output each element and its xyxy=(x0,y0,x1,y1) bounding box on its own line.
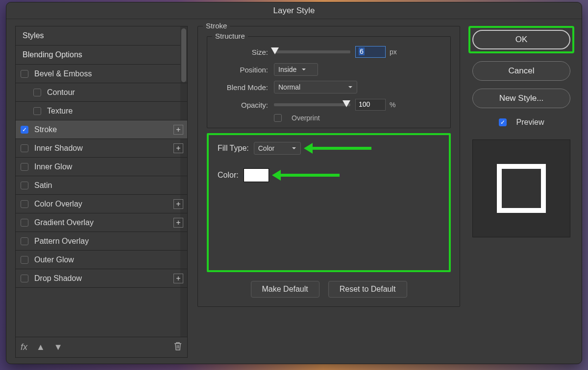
effect-label: Drop Shadow xyxy=(34,274,82,283)
blending-options[interactable]: Blending Options xyxy=(16,46,187,65)
annotation-arrow-icon xyxy=(281,174,340,177)
effect-color-overlay[interactable]: Color Overlay + xyxy=(16,195,187,213)
effect-pattern-overlay[interactable]: Pattern Overlay xyxy=(16,232,187,251)
effect-label: Satin xyxy=(34,181,52,190)
checkbox-icon[interactable] xyxy=(21,200,28,208)
style-preview xyxy=(472,139,570,237)
settings-panel: Stroke Structure Size: 6 px Position: In… xyxy=(197,26,460,358)
fx-menu-icon[interactable]: fx xyxy=(21,342,27,352)
size-value: 6 xyxy=(359,47,365,55)
effect-inner-glow[interactable]: Inner Glow xyxy=(16,158,187,176)
checkbox-icon[interactable] xyxy=(21,182,28,189)
annotation-highlight-box: Fill Type: Color Color: xyxy=(207,133,451,272)
preview-label: Preview xyxy=(516,118,544,127)
effect-label: Color Overlay xyxy=(34,200,82,208)
checkbox-icon[interactable] xyxy=(33,89,41,96)
overprint-row: Overprint xyxy=(274,114,442,122)
effect-contour[interactable]: Contour xyxy=(16,83,187,102)
effect-outer-glow[interactable]: Outer Glow xyxy=(16,251,187,269)
filltype-row: Fill Type: Color xyxy=(218,142,440,155)
sidebar-footer: fx ▲ ▼ xyxy=(15,337,188,358)
effects-list: Styles Blending Options Bevel & Emboss C… xyxy=(15,26,188,337)
filltype-value: Color xyxy=(258,144,274,152)
chevron-down-icon xyxy=(301,66,306,73)
effect-label: Contour xyxy=(47,88,75,97)
blendmode-value: Normal xyxy=(278,83,300,91)
add-effect-icon[interactable]: + xyxy=(173,218,183,228)
checkbox-icon[interactable] xyxy=(21,219,28,227)
effect-label: Inner Glow xyxy=(34,162,72,171)
annotation-highlight-box: OK xyxy=(468,26,574,53)
effect-label: Gradient Overlay xyxy=(34,218,94,227)
color-label: Color: xyxy=(218,171,239,180)
slider-knob-icon[interactable] xyxy=(343,100,350,107)
panel-title: Stroke xyxy=(203,22,230,30)
trash-icon[interactable] xyxy=(173,341,182,353)
opacity-row: Opacity: 100 % xyxy=(215,96,442,113)
effect-label: Texture xyxy=(47,107,73,116)
cancel-button[interactable]: Cancel xyxy=(472,61,570,81)
effect-bevel-emboss[interactable]: Bevel & Emboss xyxy=(16,65,187,83)
add-effect-icon[interactable]: + xyxy=(173,143,183,153)
position-label: Position: xyxy=(215,66,268,74)
layer-style-dialog: Layer Style Styles Blending Options Beve… xyxy=(6,2,582,364)
stroke-fieldset: Stroke Structure Size: 6 px Position: In… xyxy=(197,26,460,307)
size-slider[interactable] xyxy=(274,50,350,53)
opacity-unit: % xyxy=(390,101,395,109)
ok-button[interactable]: OK xyxy=(472,30,570,49)
add-effect-icon[interactable]: + xyxy=(173,125,183,135)
checkbox-icon[interactable] xyxy=(21,237,28,245)
opacity-label: Opacity: xyxy=(215,101,268,109)
size-input[interactable]: 6 xyxy=(355,46,386,58)
opacity-value: 100 xyxy=(359,100,370,108)
checkbox-icon[interactable] xyxy=(21,144,28,152)
checkbox-icon[interactable] xyxy=(21,126,28,134)
move-down-icon[interactable]: ▼ xyxy=(54,342,63,352)
color-swatch[interactable] xyxy=(244,168,269,182)
add-effect-icon[interactable]: + xyxy=(173,274,183,283)
effect-inner-shadow[interactable]: Inner Shadow + xyxy=(16,139,187,158)
blendmode-dropdown[interactable]: Normal xyxy=(274,81,357,93)
color-row: Color: xyxy=(218,168,440,182)
styles-header[interactable]: Styles xyxy=(16,26,187,46)
effect-label: Outer Glow xyxy=(34,255,74,264)
blendmode-row: Blend Mode: Normal xyxy=(215,79,442,95)
opacity-slider[interactable] xyxy=(274,103,350,106)
filltype-label: Fill Type: xyxy=(218,144,249,153)
default-buttons-row: Make Default Reset to Default xyxy=(207,281,451,298)
blendmode-label: Blend Mode: xyxy=(215,83,268,92)
filltype-dropdown[interactable]: Color xyxy=(254,142,301,155)
effect-texture[interactable]: Texture xyxy=(16,102,187,120)
effect-satin[interactable]: Satin xyxy=(16,176,187,195)
new-style-button[interactable]: New Style... xyxy=(472,89,570,108)
reset-default-button[interactable]: Reset to Default xyxy=(328,281,407,298)
preview-checkbox[interactable] xyxy=(499,118,507,126)
dialog-actions: OK Cancel New Style... Preview xyxy=(470,26,573,358)
annotation-arrow-icon xyxy=(313,147,371,150)
size-row: Size: 6 px xyxy=(215,44,442,60)
checkbox-icon[interactable] xyxy=(21,163,28,171)
effect-drop-shadow[interactable]: Drop Shadow + xyxy=(16,269,187,288)
checkbox-icon[interactable] xyxy=(21,275,28,282)
effect-label: Inner Shadow xyxy=(34,144,83,153)
make-default-button[interactable]: Make Default xyxy=(251,281,319,298)
checkbox-icon[interactable] xyxy=(33,107,41,115)
effect-label: Bevel & Emboss xyxy=(34,69,92,78)
position-row: Position: Inside xyxy=(215,61,442,78)
checkbox-icon[interactable] xyxy=(21,256,28,264)
effect-gradient-overlay[interactable]: Gradient Overlay + xyxy=(16,213,187,232)
preview-swatch xyxy=(497,164,546,213)
position-dropdown[interactable]: Inside xyxy=(274,63,318,76)
structure-fieldset: Structure Size: 6 px Position: Inside xyxy=(207,36,451,128)
preview-row: Preview xyxy=(499,118,544,127)
effect-stroke[interactable]: Stroke + xyxy=(16,120,187,139)
effect-label: Pattern Overlay xyxy=(34,237,89,246)
checkbox-icon[interactable] xyxy=(21,70,28,78)
opacity-input[interactable]: 100 xyxy=(355,99,386,111)
add-effect-icon[interactable]: + xyxy=(173,199,183,209)
chevron-down-icon xyxy=(292,144,296,152)
overprint-checkbox[interactable] xyxy=(274,114,282,122)
size-unit: px xyxy=(390,48,397,56)
slider-knob-icon[interactable] xyxy=(271,47,279,54)
move-up-icon[interactable]: ▲ xyxy=(36,342,45,352)
